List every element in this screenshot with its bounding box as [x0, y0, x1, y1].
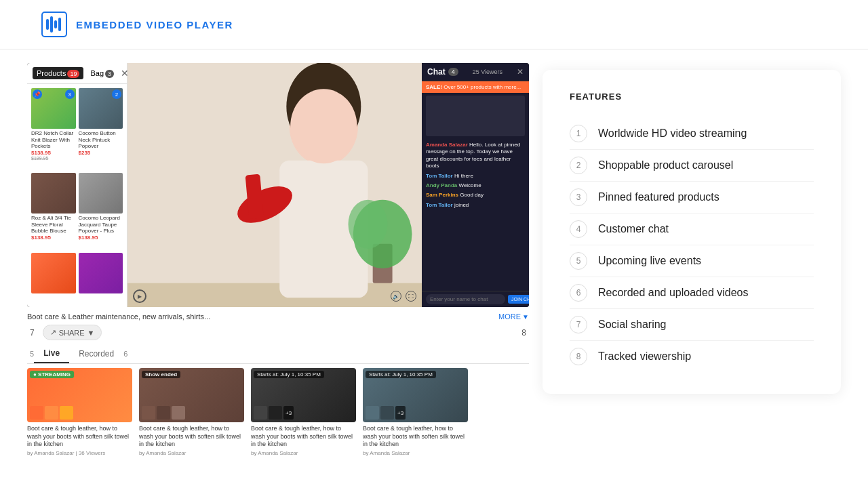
thumbnail-image: Starts at: July 1, 10:35 PM +3	[363, 368, 468, 422]
feature-number-3: 3	[570, 188, 587, 206]
feature-item-8: 8 Tracked viewership	[570, 341, 814, 372]
video-description: Boot care & Leather maintenance, new arr…	[27, 312, 498, 321]
feature-item-2: 2 Shoppable product carousel	[570, 150, 814, 182]
product-name: Roz & Ali 3/4 Tie Sleeve Floral Bubble B…	[31, 215, 76, 235]
feature-label-3: Pinned featured products	[598, 191, 719, 203]
chat-message: Sam Perkins Good day	[426, 192, 525, 199]
video-illustration	[127, 63, 422, 307]
overlay-img	[254, 406, 267, 420]
tab-live[interactable]: Live	[34, 344, 69, 363]
products-sidebar: Products19 Bag3 ✕ 📌 3 DR2 Notch Collar K…	[27, 63, 127, 307]
share-chevron-icon: ▼	[87, 329, 95, 337]
below-player: Boot care & Leather maintenance, new arr…	[27, 312, 529, 456]
product-item[interactable]	[31, 253, 76, 303]
features-title: FEATURES	[570, 92, 814, 102]
feature-number-5: 5	[570, 252, 587, 270]
logo-icon	[41, 11, 68, 38]
feature-item-5: 5 Upcoming live events	[570, 245, 814, 277]
video-background	[127, 63, 422, 307]
feature-label-6: Recorded and uploaded videos	[598, 287, 749, 299]
volume-icon[interactable]: 🔊	[391, 291, 401, 302]
svg-rect-1	[46, 19, 49, 30]
overlay-img	[142, 406, 155, 420]
feature-number-4: 4	[570, 220, 587, 238]
video-content	[127, 63, 422, 307]
overlay-img	[45, 406, 58, 420]
tab-recorded[interactable]: Recorded	[69, 345, 123, 363]
share-button[interactable]: ↗ SHARE ▼	[43, 325, 102, 340]
product-image	[31, 173, 76, 214]
feature-label-4: Customer chat	[598, 223, 669, 235]
chat-input-area: JOIN CHAT	[422, 291, 529, 307]
ended-badge: Show ended	[142, 371, 180, 378]
chat-username: Tom Tailor	[426, 173, 453, 179]
feature-item-6: 6 Recorded and uploaded videos	[570, 277, 814, 309]
chat-username: Tom Tailor	[426, 202, 453, 208]
product-item[interactable]	[79, 253, 123, 303]
chat-panel: Chat 4 25 Viewers ✕ SALE! Over 500+ prod…	[422, 63, 529, 307]
description-bar: Boot care & Leather maintenance, new arr…	[27, 312, 529, 321]
product-item[interactable]: Roz & Ali 3/4 Tie Sleeve Floral Bubble B…	[31, 173, 76, 250]
tab-recorded-count: 6	[123, 346, 127, 362]
feature-item-1: 1 Worldwide HD video streaming	[570, 118, 814, 150]
chat-message: Andy Panda Welcome	[426, 182, 525, 189]
thumbnail-author: by Amanda Salazar	[251, 450, 356, 456]
play-button[interactable]: ▶	[133, 289, 146, 303]
fullscreen-icon[interactable]: ⛶	[406, 291, 416, 302]
join-chat-button[interactable]: JOIN CHAT	[508, 295, 529, 304]
product-old-price: $198.95	[31, 156, 76, 161]
more-link[interactable]: MORE	[498, 312, 521, 321]
chat-message-text: Good day	[460, 192, 484, 198]
tab-bag[interactable]: Bag3	[86, 67, 118, 79]
thumbnail-author: by Amanda Salazar	[139, 450, 244, 456]
header: EMBEDDED VIDEO PLAYER	[0, 0, 868, 49]
sale-banner: SALE! Over 500+ products with more...	[422, 81, 529, 93]
chat-message: Tom Tailor Hi there	[426, 173, 525, 180]
thumbnail-card[interactable]: Show ended Boot care & tough leather, ho…	[139, 368, 244, 456]
sale-label: SALE!	[426, 84, 442, 90]
feature-item-4: 4 Customer chat	[570, 214, 814, 245]
actions-bar: 7 ↗ SHARE ▼ 8	[27, 325, 529, 340]
chat-username: Andy Panda	[426, 182, 457, 188]
expand-icon[interactable]: ▼	[522, 313, 529, 321]
product-item[interactable]: 📌 3 DR2 Notch Collar Knit Blazer With Po…	[31, 88, 76, 170]
feature-item-7: 7 Social sharing	[570, 309, 814, 341]
product-item[interactable]: Cocomo Leopard Jacquard Taupe Popover - …	[79, 173, 123, 250]
feature-item-3: 3 Pinned featured products	[570, 182, 814, 214]
product-image	[31, 253, 76, 293]
svg-rect-4	[58, 18, 61, 31]
thumbnail-title: Boot care & tough leather, how to wash y…	[139, 425, 244, 449]
chat-name-input[interactable]	[426, 294, 505, 304]
thumbnail-card[interactable]: Starts at: July 1, 10:35 PM +3 Boot care…	[363, 368, 468, 456]
thumbnails-row: ● STREAMING Boot care & tough leather, h…	[27, 368, 529, 456]
chat-message-text: Welcome	[458, 182, 481, 188]
overlay-img	[366, 406, 379, 420]
share-icon: ↗	[50, 328, 56, 337]
product-image	[79, 253, 123, 293]
features-card: FEATURES 1 Worldwide HD video streaming …	[542, 70, 841, 394]
tab-count-live-left: 5	[27, 346, 34, 362]
product-name: Cocomo Leopard Jacquard Taupe Popover - …	[79, 215, 123, 235]
product-badge: 3	[65, 89, 75, 99]
feature-label-8: Tracked viewership	[598, 350, 691, 363]
sale-text: Over 500+ products with more...	[443, 84, 521, 90]
bag-count-badge: 3	[105, 70, 114, 78]
thumbnail-author: by Amanda Salazar | 36 Viewers	[27, 450, 132, 456]
control-icons: 🔊 ⛶	[391, 291, 416, 302]
products-grid: 📌 3 DR2 Notch Collar Knit Blazer With Po…	[27, 84, 127, 307]
chat-username: Sam Perkins	[426, 192, 458, 198]
chat-close-button[interactable]: ✕	[517, 67, 524, 77]
svg-point-15	[349, 200, 388, 249]
tab-products[interactable]: Products19	[33, 67, 83, 79]
thumbnail-card[interactable]: ● STREAMING Boot care & tough leather, h…	[27, 368, 132, 456]
thumbnail-card[interactable]: Starts at: July 1, 10:35 PM +3 Boot care…	[251, 368, 356, 456]
product-image	[79, 173, 123, 214]
thumbnail-title: Boot care & tough leather, how to wash y…	[251, 425, 356, 449]
streaming-badge: ● STREAMING	[30, 371, 74, 378]
overlay-img	[30, 406, 43, 420]
thumbnail-title: Boot care & tough leather, how to wash y…	[363, 425, 468, 449]
thumbnail-image: ● STREAMING	[27, 368, 132, 422]
thumbnail-viewers: 36 Viewers	[79, 450, 105, 456]
product-item[interactable]: 2 Cocomo Button Neck Pintuck Popover $23…	[79, 88, 123, 170]
chat-messages: Amanda Salazar Hello. Look at pinned mes…	[422, 139, 529, 291]
